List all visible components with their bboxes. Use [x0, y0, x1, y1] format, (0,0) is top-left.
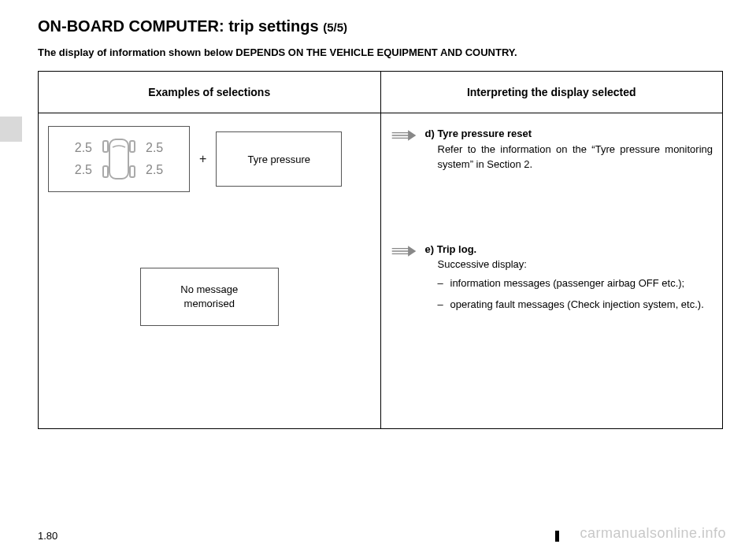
tyre-pressure-label-box: Tyre pressure [216, 131, 342, 187]
header-interpreting: Interpreting the display selected [381, 72, 723, 113]
svg-rect-4 [130, 166, 135, 177]
entry-e-sub: Successive display: [425, 257, 704, 272]
no-message-row: No message memorised [48, 268, 371, 326]
tyre-left-values: 2.5 2.5 [75, 141, 92, 177]
svg-rect-3 [103, 166, 108, 177]
header-examples: Examples of selections [39, 72, 381, 113]
title-main: ON-BOARD COMPUTER: trip settings [38, 17, 319, 35]
notice-text: The display of information shown below D… [38, 46, 726, 58]
table-body: 2.5 2.5 2.5 2.5 [39, 113, 722, 428]
entry-d-content: d) Tyre pressure reset Refer to the info… [425, 126, 713, 172]
svg-rect-2 [130, 141, 135, 152]
list-item: operating fault messages (Check injectio… [438, 297, 704, 313]
column-examples: 2.5 2.5 2.5 2.5 [39, 113, 381, 428]
end-mark-icon [555, 531, 559, 542]
side-tab [0, 117, 22, 142]
title-sub: (5/5) [323, 20, 347, 34]
tyre-right-values: 2.5 2.5 [146, 141, 163, 177]
entry-d-text: Refer to the information on the “Tyre pr… [425, 142, 713, 172]
plus-symbol: + [199, 152, 206, 166]
tyre-pressure-display: 2.5 2.5 2.5 2.5 [48, 126, 190, 192]
settings-table: Examples of selections Interpreting the … [38, 71, 723, 429]
no-message-line1: No message [180, 283, 238, 297]
no-message-line2: memorised [184, 297, 235, 311]
car-icon [97, 135, 141, 183]
entry-e-list: information messages (passenger airbag O… [425, 276, 704, 313]
tyre-front-left: 2.5 [75, 141, 92, 155]
table-header: Examples of selections Interpreting the … [39, 72, 722, 113]
arrow-icon [391, 243, 417, 259]
no-message-box: No message memorised [140, 268, 279, 326]
svg-rect-1 [103, 141, 108, 152]
tyre-front-right: 2.5 [146, 141, 163, 155]
entry-d: d) Tyre pressure reset Refer to the info… [391, 126, 713, 172]
watermark: carmanualsonline.info [580, 525, 726, 542]
arrow-icon [391, 128, 417, 143]
entry-e: e) Trip log. Successive display: informa… [391, 242, 713, 319]
tyre-pressure-row: 2.5 2.5 2.5 2.5 [48, 126, 371, 192]
page-content: ON-BOARD COMPUTER: trip settings (5/5) T… [0, 0, 756, 429]
tyre-rear-right: 2.5 [146, 163, 163, 177]
tyre-rear-left: 2.5 [75, 163, 92, 177]
list-item: information messages (passenger airbag O… [438, 276, 704, 291]
column-interpreting: d) Tyre pressure reset Refer to the info… [381, 113, 723, 428]
page-number: 1.80 [38, 530, 57, 542]
entry-e-content: e) Trip log. Successive display: informa… [425, 242, 704, 319]
page-title: ON-BOARD COMPUTER: trip settings (5/5) [38, 17, 726, 35]
entry-d-label: d) Tyre pressure reset [425, 126, 713, 142]
entry-e-label: e) Trip log. [425, 242, 704, 257]
tyre-pressure-label: Tyre pressure [248, 154, 310, 165]
